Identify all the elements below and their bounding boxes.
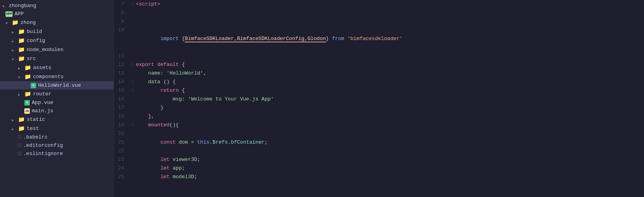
sidebar-item-build[interactable]: 📁 build xyxy=(0,27,113,36)
no-chevron xyxy=(12,143,17,148)
folder-icon: 📁 xyxy=(18,125,25,132)
folder-icon: 📁 xyxy=(24,64,31,71)
folder-icon: 📁 xyxy=(18,55,25,62)
line-number-20: 20 xyxy=(114,130,130,138)
app-vue-label: App.vue xyxy=(32,100,53,106)
line-number-18: 18 xyxy=(114,112,130,121)
code-content-19: mounted(){ xyxy=(136,121,641,130)
chevron-down-icon xyxy=(18,74,24,80)
line-number-8: 8 xyxy=(114,9,130,17)
components-label: components xyxy=(33,74,64,80)
sidebar-item-zhongbang[interactable]: zhongbang xyxy=(0,2,113,10)
line-number-7: 7 xyxy=(114,0,130,9)
code-content-17: } xyxy=(136,104,641,112)
sidebar-root-label: zhongbang xyxy=(9,3,36,9)
zhong-label: zhong xyxy=(20,20,36,26)
dot-file-icon: □ xyxy=(18,142,21,148)
code-line-8: 8 xyxy=(114,9,644,17)
code-content-13: name: 'HelloWorld', xyxy=(136,69,641,78)
code-content-10: import {BimfaceSDKLoader,BimfaceSDKLoade… xyxy=(136,26,641,52)
code-line-25: 25 let model3D; xyxy=(114,173,644,181)
sidebar-item-editorconfig[interactable]: □ .editorconfig xyxy=(0,141,113,150)
code-editor[interactable]: 7 □ <script> 8 9 10 import {BimfaceSDKLo… xyxy=(114,0,644,197)
code-line-7: 7 □ <script> xyxy=(114,0,644,9)
vue-file-icon: V xyxy=(24,100,30,106)
sidebar-item-test[interactable]: 📁 test xyxy=(0,124,113,133)
node-modules-label: node_modules xyxy=(27,47,64,53)
eslintignore-label: .eslintignore xyxy=(23,151,63,157)
code-content-23: let viewer3D; xyxy=(136,155,641,164)
app-badge-icon: APP xyxy=(5,11,13,17)
line-number-17: 17 xyxy=(114,104,130,112)
sidebar-item-node-modules[interactable]: 📁 node_modules xyxy=(0,45,113,54)
code-content-18: }, xyxy=(136,112,641,121)
code-line-14: 14 □ data () { xyxy=(114,78,644,86)
sidebar-item-components[interactable]: 📁 components xyxy=(0,72,113,81)
line-number-14: 14 xyxy=(114,78,130,86)
config-label: config xyxy=(27,38,45,44)
sidebar-item-src[interactable]: 📁 src xyxy=(0,54,113,63)
folder-icon: 📁 xyxy=(24,73,31,80)
line-number-25: 25 xyxy=(114,173,130,181)
code-line-22: 22 xyxy=(114,147,644,155)
fold-15: □ xyxy=(130,86,135,95)
fold-14: □ xyxy=(130,78,135,86)
line-number-16: 16 xyxy=(114,95,130,104)
chevron-right-icon xyxy=(18,91,24,97)
main-js-label: main.js xyxy=(32,108,53,114)
no-chevron xyxy=(24,83,30,88)
code-line-12: 12 □ export default { xyxy=(114,60,644,69)
sidebar-item-config[interactable]: 📁 config xyxy=(0,36,113,45)
code-line-15: 15 □ return { xyxy=(114,86,644,95)
code-line-11: 11 xyxy=(114,52,644,60)
no-chevron xyxy=(18,108,24,114)
code-content-14: data () { xyxy=(136,78,641,86)
sidebar-item-app-vue[interactable]: V App.vue xyxy=(0,98,113,107)
vue-file-icon: V xyxy=(31,83,36,88)
folder-icon: 📁 xyxy=(18,28,25,35)
no-chevron xyxy=(12,151,17,157)
folder-icon: 📁 xyxy=(18,37,25,44)
code-line-19: 19 □ mounted(){ xyxy=(114,121,644,130)
chevron-right-icon xyxy=(12,47,17,53)
folder-icon: 📁 xyxy=(12,19,18,26)
helloworld-label: HelloWorld.vue xyxy=(38,82,81,88)
src-label: src xyxy=(27,56,36,62)
folder-icon: 📁 xyxy=(24,91,31,97)
babelrc-label: .babelrc xyxy=(23,134,48,140)
sidebar-item-router[interactable]: 📁 router xyxy=(0,89,113,98)
chevron-right-icon xyxy=(12,117,17,122)
code-content-21: const dom = this.$refs.bfContainer; xyxy=(136,138,641,147)
sidebar-item-babelrc[interactable]: □ .babelrc xyxy=(0,133,113,141)
app-label: APP xyxy=(15,11,24,17)
sidebar-item-assets[interactable]: 📁 assets xyxy=(0,63,113,72)
code-line-21: 21 const dom = this.$refs.bfContainer; xyxy=(114,138,644,147)
dot-file-icon: □ xyxy=(18,134,21,140)
js-file-icon: JS xyxy=(24,108,30,114)
dot-file-icon: □ xyxy=(18,151,21,157)
sidebar-item-main-js[interactable]: JS main.js xyxy=(0,107,113,115)
line-number-13: 13 xyxy=(114,69,130,78)
chevron-right-icon xyxy=(12,38,17,44)
code-line-9: 9 xyxy=(114,17,644,26)
code-lines: 7 □ <script> 8 9 10 import {BimfaceSDKLo… xyxy=(114,0,644,181)
line-number-9: 9 xyxy=(114,17,130,26)
line-number-12: 12 xyxy=(114,60,130,69)
router-label: router xyxy=(33,91,51,97)
sidebar-item-zhong[interactable]: 📁 zhong xyxy=(0,18,113,27)
code-content-24: let app; xyxy=(136,164,641,173)
chevron-right-icon xyxy=(18,65,24,71)
sidebar-item-helloworld[interactable]: V HelloWorld.vue xyxy=(0,81,113,89)
chevron-right-icon xyxy=(12,126,17,131)
code-content-15: return { xyxy=(136,86,641,95)
sidebar-item-eslintignore[interactable]: □ .eslintignore xyxy=(0,150,113,158)
code-line-18: 18 }, xyxy=(114,112,644,121)
chevron-icon xyxy=(2,3,8,9)
sidebar-item-static[interactable]: 📁 static xyxy=(0,115,113,124)
code-content-12: export default { xyxy=(136,60,641,69)
no-chevron xyxy=(12,135,17,140)
code-line-13: 13 name: 'HelloWorld', xyxy=(114,69,644,78)
fold-19: □ xyxy=(130,121,135,130)
code-content-7: <script> xyxy=(136,0,641,9)
sidebar-item-app[interactable]: APP APP xyxy=(0,10,113,18)
